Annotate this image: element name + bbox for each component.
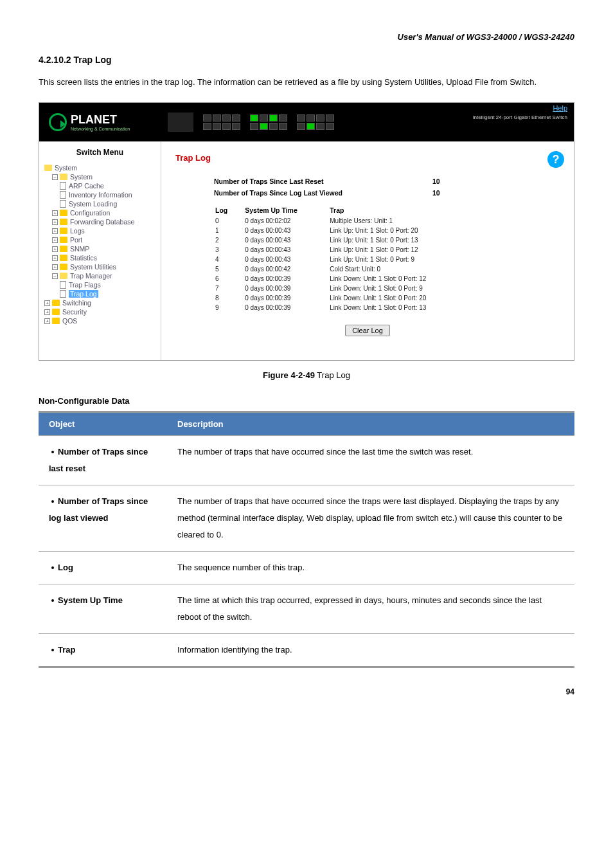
figure-caption: Figure 4-2-49 Trap Log [39, 370, 574, 380]
tree-item-loading[interactable]: System Loading [44, 199, 161, 208]
app-screenshot: PLANET Networking & Communication Help I… [39, 102, 574, 361]
section-title: 4.2.10.2 Trap Log [39, 55, 574, 65]
def-desc: Information identifying the trap. [167, 634, 574, 667]
def-obj: Number of Traps since last reset [49, 447, 148, 473]
doc-icon [60, 200, 66, 208]
folder-icon [52, 300, 60, 306]
expand-icon[interactable]: + [44, 300, 50, 306]
definition-table: Object Description Number of Traps since… [39, 411, 574, 668]
tree-item-traplog[interactable]: Trap Log [44, 289, 161, 298]
tree-item-logs[interactable]: +Logs [44, 226, 161, 235]
table-row: 00 days 00:02:02Multiple Users: Unit: 1 [215, 217, 442, 225]
stat-value: 10 [432, 177, 440, 185]
def-obj: Trap [58, 645, 75, 655]
folder-icon [60, 228, 67, 234]
tree-root-system[interactable]: System [44, 163, 161, 172]
def-row: Number of Traps since log last viewed Th… [39, 485, 574, 552]
table-row: 80 days 00:00:39Link Down: Unit: 1 Slot:… [215, 294, 442, 302]
doc-icon [60, 281, 66, 289]
panel-title: Trap Log [175, 153, 560, 163]
stat-value: 10 [432, 189, 440, 197]
tree-item-qos[interactable]: +QOS [44, 316, 161, 325]
expand-icon[interactable]: + [44, 309, 50, 315]
expand-icon[interactable]: + [52, 237, 58, 243]
def-obj: System Up Time [58, 595, 123, 605]
stat-label: Number of Traps Since Log Last Viewed [175, 189, 432, 197]
expand-icon[interactable]: + [44, 318, 50, 324]
trap-log-table: Log System Up Time Trap 00 days 00:02:02… [214, 204, 443, 313]
tree-item-port[interactable]: +Port [44, 235, 161, 244]
noncfg-heading: Non-Configurable Data [39, 396, 574, 406]
logo-text: PLANET [71, 113, 130, 127]
stat-row: Number of Traps Since Log Last Viewed 10 [175, 187, 560, 199]
table-row: 90 days 00:00:39Link Down: Unit: 1 Slot:… [215, 303, 442, 312]
tree-item-system[interactable]: −System [44, 172, 161, 181]
tree-item-snmp[interactable]: +SNMP [44, 244, 161, 253]
col-time-header: System Up Time [245, 205, 328, 215]
expand-icon[interactable]: + [52, 228, 58, 234]
table-row: 30 days 00:00:43Link Up: Unit: 1 Slot: 0… [215, 246, 442, 254]
logo-subtitle: Networking & Communication [71, 127, 130, 131]
switch-ports-graphic [161, 103, 574, 141]
def-desc: The sequence number of this trap. [167, 552, 574, 584]
help-icon[interactable]: ? [547, 151, 564, 168]
stat-label: Number of Traps Since Last Reset [175, 177, 432, 185]
table-row: 60 days 00:00:39Link Down: Unit: 1 Slot:… [215, 275, 442, 283]
def-obj: Number of Traps since log last viewed [49, 496, 148, 523]
folder-icon [60, 219, 67, 225]
doc-icon [60, 182, 66, 190]
folder-icon [60, 273, 67, 279]
tree-item-switching[interactable]: +Switching [44, 298, 161, 307]
bullet-icon [51, 451, 54, 453]
table-row: 20 days 00:00:43Link Up: Unit: 1 Slot: 0… [215, 236, 442, 244]
folder-icon [60, 174, 67, 180]
def-row: System Up Time The time at which this tr… [39, 584, 574, 634]
app-header: PLANET Networking & Communication Help I… [39, 103, 574, 141]
bullet-icon [51, 649, 54, 651]
expand-icon[interactable]: + [52, 210, 58, 216]
expand-icon[interactable]: + [52, 219, 58, 225]
help-link[interactable]: Help [553, 104, 567, 112]
doc-header: User's Manual of WGS3-24000 / WGS3-24240 [39, 32, 574, 42]
folder-icon [52, 309, 60, 315]
def-row: Number of Traps since last reset The num… [39, 436, 574, 485]
def-header-object: Object [39, 412, 167, 436]
folder-icon [60, 246, 67, 252]
doc-icon [60, 290, 66, 298]
clear-log-button[interactable]: Clear Log [345, 325, 390, 336]
sidebar: Switch Menu System −System ARP Cache Inv… [39, 141, 161, 360]
table-row: 70 days 00:00:39Link Down: Unit: 1 Slot:… [215, 284, 442, 293]
collapse-icon[interactable]: − [52, 174, 58, 180]
bullet-icon [51, 566, 54, 569]
expand-icon[interactable]: + [52, 264, 58, 270]
tree-item-config[interactable]: +Configuration [44, 208, 161, 217]
tree-item-fwd[interactable]: +Forwarding Database [44, 217, 161, 226]
product-tag: Intelligent 24-port Gigabit Ethernet Swi… [472, 114, 567, 120]
folder-icon [44, 165, 52, 171]
table-row: 10 days 00:00:43Link Up: Unit: 1 Slot: 0… [215, 226, 442, 235]
expand-icon[interactable]: + [52, 246, 58, 252]
def-row: Trap Information identifying the trap. [39, 634, 574, 667]
tree-item-stats[interactable]: +Statistics [44, 253, 161, 262]
def-desc: The number of traps that have occurred s… [167, 485, 574, 552]
folder-icon [60, 210, 67, 216]
tree-item-security[interactable]: +Security [44, 307, 161, 316]
expand-icon[interactable]: + [52, 255, 58, 261]
stat-row: Number of Traps Since Last Reset 10 [175, 176, 560, 187]
def-obj: Log [58, 563, 73, 572]
sidebar-title: Switch Menu [39, 141, 161, 163]
logo-icon [49, 113, 67, 131]
doc-icon [60, 191, 66, 199]
tree-item-trapflags[interactable]: Trap Flags [44, 280, 161, 289]
tree-item-util[interactable]: +System Utilities [44, 262, 161, 271]
tree-item-arp[interactable]: ARP Cache [44, 181, 161, 190]
col-log-header: Log [215, 205, 244, 215]
collapse-icon[interactable]: − [52, 273, 58, 279]
table-header-row: Log System Up Time Trap [215, 205, 442, 215]
tree-item-inventory[interactable]: Inventory Information [44, 190, 161, 199]
table-row: 40 days 00:00:43Link Up: Unit: 1 Slot: 0… [215, 255, 442, 264]
tree-item-trapmgr[interactable]: −Trap Manager [44, 271, 161, 280]
def-header-row: Object Description [39, 412, 574, 436]
logo-area: PLANET Networking & Communication [39, 103, 161, 141]
table-row: 50 days 00:00:42Cold Start: Unit: 0 [215, 265, 442, 273]
